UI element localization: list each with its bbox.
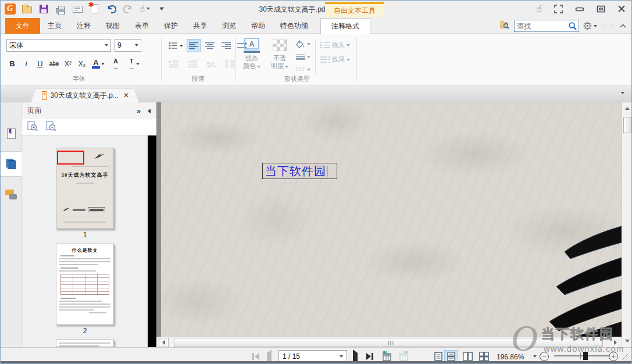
tab-home[interactable]: 主页 [40, 18, 69, 34]
pages-panel-button[interactable] [1, 151, 22, 177]
gear-icon [583, 22, 592, 30]
line-color-button[interactable]: A 线条颜色 [240, 38, 263, 81]
paint-bucket-icon [296, 40, 305, 48]
last-page-button[interactable] [366, 353, 373, 360]
scroll-down-button[interactable] [623, 336, 632, 346]
search-icon[interactable] [568, 22, 577, 31]
restore-icon [597, 5, 605, 13]
zoom-in-thumbnails-button[interactable] [27, 121, 38, 134]
horizontal-scroll-thumb[interactable] [174, 338, 603, 347]
superscript-button[interactable]: X² [61, 57, 75, 70]
find-next-button[interactable]: ▷ [610, 22, 615, 30]
zoom-in-button[interactable]: + [609, 352, 618, 361]
resize-grip[interactable] [620, 352, 629, 361]
align-right-button[interactable] [219, 39, 233, 52]
font-family-select[interactable]: 宋体 [6, 39, 111, 52]
restore-button[interactable] [597, 5, 605, 13]
page-number-field[interactable]: 1 / 15 [278, 350, 347, 362]
scroll-right-button[interactable] [610, 338, 620, 347]
tab-features[interactable]: 特色功能 [273, 18, 316, 34]
strikethrough-button[interactable]: abe [47, 57, 61, 70]
vertical-scrollbar[interactable] [622, 102, 632, 347]
line-end-button[interactable]: 线尾 [320, 55, 350, 65]
close-tab-icon[interactable]: ✕ [123, 91, 129, 99]
italic-button[interactable]: I [19, 57, 33, 70]
tab-view[interactable]: 视图 [98, 18, 127, 34]
font-size-select[interactable]: 9 [115, 39, 141, 52]
comments-icon [5, 190, 17, 199]
search-in-folder-icon[interactable] [500, 20, 510, 32]
vertical-scroll-thumb[interactable] [623, 117, 631, 133]
document-tab[interactable]: 30天成文软文高手.p... ✕ [31, 88, 139, 102]
page-thumbnail-1[interactable]: 30天成为软文高手 [56, 148, 114, 229]
tab-help[interactable]: 帮助 [244, 18, 273, 34]
share-hand-button[interactable]: ☝ [537, 3, 542, 14]
swap-text-button[interactable]: A|B [204, 57, 218, 70]
scroll-up-button[interactable] [623, 104, 632, 113]
dash-style-button[interactable] [296, 65, 310, 74]
zoom-out-thumbnails-button[interactable] [46, 121, 56, 134]
zoom-level-value[interactable]: 196.86% [497, 353, 524, 361]
fill-color-button[interactable] [296, 39, 310, 49]
tab-comment[interactable]: 注释 [69, 18, 98, 34]
horizontal-scrollbar[interactable] [156, 337, 622, 347]
indent-decrease-button[interactable] [185, 57, 199, 70]
swap-ab-icon: A|B [206, 60, 216, 68]
page-number-label: 2 [56, 327, 114, 335]
tab-browse[interactable]: 浏览 [215, 18, 244, 34]
collapse-panel-button[interactable] [148, 109, 151, 113]
bookmarks-panel-button[interactable] [1, 121, 22, 147]
zoom-slider-thumb[interactable] [583, 352, 588, 360]
free-text-annotation[interactable]: 当下软件园 [262, 163, 337, 179]
line-start-button[interactable]: 线头 [320, 40, 350, 50]
tab-list-button[interactable] [621, 92, 624, 94]
document-view[interactable]: 当下软件园 [156, 102, 622, 337]
zoom-slider-track[interactable] [554, 355, 610, 356]
indent-increase-button[interactable] [167, 57, 181, 70]
scroll-left-button[interactable] [159, 338, 169, 347]
tab-share[interactable]: 共享 [185, 18, 215, 34]
navigation-rail [1, 102, 22, 347]
collapse-ribbon-button[interactable] [619, 23, 627, 28]
subscript-button[interactable]: X₂ [75, 57, 89, 70]
window-controls: ☝ [537, 3, 626, 14]
underline-button[interactable]: U [33, 57, 47, 70]
zoom-dropdown-icon[interactable] [533, 355, 537, 358]
page-thumbnail-3[interactable] [56, 340, 114, 347]
font-color-button[interactable]: A [89, 57, 108, 70]
continuous-facing-icon [479, 352, 489, 361]
align-center-button[interactable] [203, 39, 217, 52]
page-thumbnail-2[interactable]: 什么是软文 [56, 244, 114, 325]
search-input[interactable] [515, 21, 565, 32]
settings-button[interactable] [583, 22, 597, 30]
document-tab-strip: 30天成文软文高手.p... ✕ [1, 86, 631, 102]
fullscreen-button[interactable] [554, 5, 563, 13]
comments-panel-button[interactable] [1, 181, 22, 207]
expand-panel-button[interactable]: » [137, 107, 140, 115]
zoom-out-button[interactable]: − [540, 352, 549, 361]
window-bottom-edge [1, 361, 631, 364]
find-previous-button[interactable]: ◁ [601, 22, 606, 30]
ribbon-tab-row: 文件 主页 注释 视图 表单 保护 共享 浏览 帮助 特色功能 注释格式 [1, 18, 631, 34]
minimize-button[interactable] [575, 5, 584, 13]
tab-protect[interactable]: 保护 [156, 18, 185, 34]
align-right-icon [222, 42, 231, 49]
tab-file[interactable]: 文件 [5, 18, 40, 34]
first-page-button[interactable] [252, 353, 259, 360]
sidebar-scrollbar[interactable] [148, 135, 156, 347]
tab-comment-format[interactable]: 注释格式 [320, 18, 370, 34]
line-weight-button[interactable] [296, 52, 310, 62]
tab-form[interactable]: 表单 [127, 18, 156, 34]
fullscreen-icon [554, 5, 563, 13]
next-view-icon [398, 351, 409, 361]
line-spacing-button[interactable] [223, 57, 237, 70]
facing-pages-icon [463, 352, 473, 361]
char-spacing-button[interactable]: A↔ [108, 57, 124, 70]
current-view-indicator[interactable] [57, 151, 84, 165]
text-style-button[interactable]: T→ [124, 57, 144, 70]
zoom-slider-center-tick [580, 352, 581, 359]
bullet-list-button[interactable] [167, 39, 184, 52]
bold-button[interactable]: B [5, 57, 19, 70]
close-button[interactable] [617, 5, 626, 13]
align-left-button[interactable] [187, 39, 201, 52]
